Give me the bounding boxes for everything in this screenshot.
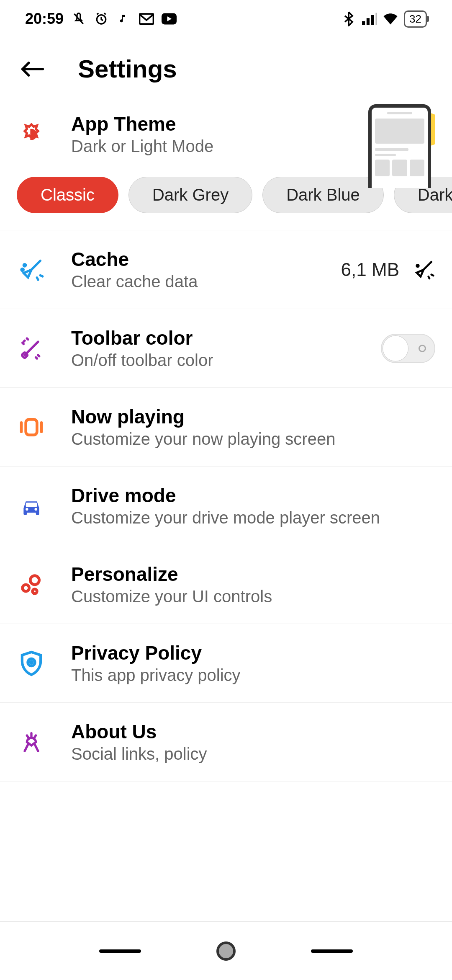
bubbles-icon [17,571,46,598]
personalize-subtitle: Customize your UI controls [71,587,435,606]
about-subtitle: Social links, policy [71,745,435,763]
svg-rect-5 [371,15,374,25]
svg-point-8 [21,268,23,271]
signal-icon [362,11,377,26]
brightness-icon [17,121,46,148]
svg-point-17 [33,589,37,593]
status-time: 20:59 [25,10,64,28]
theme-chip-dark-grey[interactable]: Dark Grey [128,177,252,213]
toolbar-subtitle: On/off toolbar color [71,351,356,370]
personalize-title: Personalize [71,563,435,585]
nowplaying-title: Now playing [71,405,435,428]
nav-back[interactable] [311,949,353,953]
theme-chip-classic[interactable]: Classic [17,177,118,213]
gmail-icon [139,11,154,26]
theme-chip-dark-blue[interactable]: Dark Blue [262,177,384,213]
privacy-title: Privacy Policy [71,642,435,664]
nowplaying-subtitle: Customize your now playing screen [71,430,435,449]
theme-preview-illustration [368,104,435,188]
svg-point-12 [26,508,28,510]
music-note-icon [116,11,131,26]
svg-point-9 [417,265,419,267]
cache-title: Cache [71,248,316,271]
row-now-playing[interactable]: Now playing Customize your now playing s… [0,388,452,467]
youtube-icon [162,11,177,26]
row-about[interactable]: About Us Social links, policy [0,703,452,781]
car-icon [17,495,46,517]
toolbar-title: Toolbar color [71,327,356,349]
back-button[interactable] [21,61,44,77]
svg-rect-4 [367,18,370,25]
row-privacy[interactable]: Privacy Policy This app privacy policy [0,624,452,703]
row-toolbar-color[interactable]: Toolbar color On/off toolbar color [0,309,452,388]
shield-icon [17,650,46,677]
cache-subtitle: Clear cache data [71,272,316,291]
clear-cache-icon[interactable] [412,258,435,281]
system-nav-bar [0,921,452,980]
svg-point-7 [23,264,26,266]
svg-point-16 [23,585,29,591]
cache-size: 6,1 MB [341,259,399,280]
svg-rect-11 [26,419,37,435]
wifi-icon [383,11,398,26]
svg-rect-14 [26,503,37,507]
row-personalize[interactable]: Personalize Customize your UI controls [0,545,452,624]
row-drive-mode[interactable]: Drive mode Customize your drive mode pla… [0,467,452,545]
header: Settings [0,38,452,100]
nav-home[interactable] [216,941,236,961]
svg-point-15 [30,575,39,584]
broom-icon [17,256,46,283]
theme-section: App Theme Dark or Light Mode Classic Dar… [0,100,452,230]
row-cache[interactable]: Cache Clear cache data 6,1 MB [0,230,452,309]
nav-recents[interactable] [99,949,141,953]
wand-icon [17,335,46,362]
drive-subtitle: Customize your drive mode player screen [71,508,435,527]
status-bar: 20:59 32 [0,0,452,38]
battery-indicator: 32 [404,10,427,28]
svg-point-13 [34,508,37,510]
svg-point-19 [31,661,33,663]
page-title: Settings [78,54,177,83]
privacy-subtitle: This app privacy policy [71,666,435,685]
carousel-icon [17,414,46,441]
mute-icon [71,11,86,26]
svg-rect-6 [375,13,377,25]
about-title: About Us [71,720,435,743]
hands-icon [17,729,46,756]
bluetooth-icon [341,11,356,26]
drive-title: Drive mode [71,484,435,507]
svg-rect-3 [362,21,365,25]
toolbar-toggle[interactable] [381,334,435,363]
alarm-icon [94,11,109,26]
